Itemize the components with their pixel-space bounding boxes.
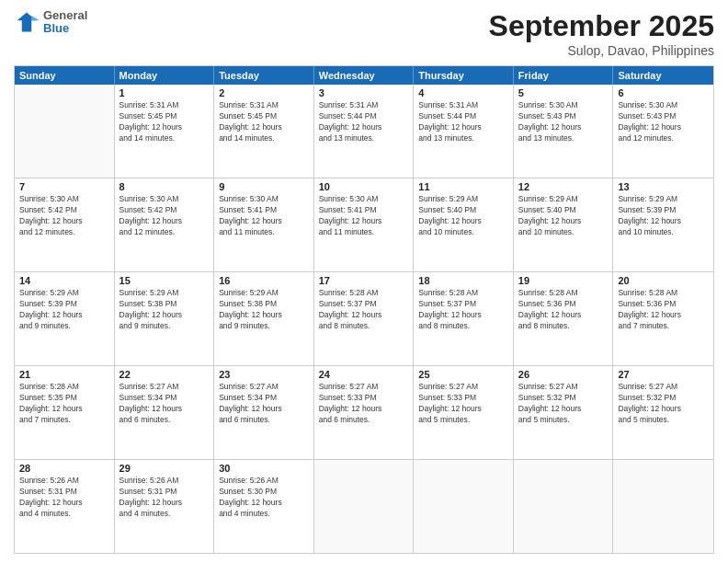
calendar-row-4: 28Sunrise: 5:26 AM Sunset: 5:31 PM Dayli… (15, 460, 713, 553)
day-number: 21 (19, 369, 109, 380)
day-number: 11 (418, 181, 508, 192)
day-number: 3 (319, 87, 409, 98)
cal-cell-4-6 (613, 460, 713, 553)
cell-info: Sunrise: 5:29 AM Sunset: 5:38 PM Dayligh… (219, 288, 309, 332)
cell-info: Sunrise: 5:30 AM Sunset: 5:42 PM Dayligh… (19, 194, 109, 238)
cal-cell-1-0: 7Sunrise: 5:30 AM Sunset: 5:42 PM Daylig… (15, 178, 115, 271)
cal-cell-2-0: 14Sunrise: 5:29 AM Sunset: 5:39 PM Dayli… (15, 272, 115, 365)
calendar-row-1: 7Sunrise: 5:30 AM Sunset: 5:42 PM Daylig… (15, 178, 713, 272)
cal-cell-0-3: 3Sunrise: 5:31 AM Sunset: 5:44 PM Daylig… (314, 85, 415, 178)
day-number: 22 (119, 369, 210, 380)
day-number: 26 (518, 369, 609, 380)
month-title: September 2025 (489, 9, 714, 43)
day-number: 30 (219, 463, 309, 474)
day-number: 29 (119, 463, 210, 474)
calendar-body: 1Sunrise: 5:31 AM Sunset: 5:45 PM Daylig… (15, 85, 713, 553)
svg-marker-0 (17, 13, 37, 32)
cal-cell-4-4 (414, 460, 514, 553)
header-day-saturday: Saturday (613, 66, 713, 85)
header-day-thursday: Thursday (414, 66, 514, 85)
header-day-sunday: Sunday (15, 66, 115, 85)
cell-info: Sunrise: 5:30 AM Sunset: 5:41 PM Dayligh… (219, 194, 309, 238)
cal-cell-3-2: 23Sunrise: 5:27 AM Sunset: 5:34 PM Dayli… (214, 366, 314, 459)
cal-cell-2-5: 19Sunrise: 5:28 AM Sunset: 5:36 PM Dayli… (514, 272, 614, 365)
logo-general: General (43, 9, 87, 22)
cal-cell-2-3: 17Sunrise: 5:28 AM Sunset: 5:37 PM Dayli… (314, 272, 415, 365)
cell-info: Sunrise: 5:26 AM Sunset: 5:31 PM Dayligh… (119, 476, 210, 520)
cal-cell-0-1: 1Sunrise: 5:31 AM Sunset: 5:45 PM Daylig… (115, 85, 215, 178)
cell-info: Sunrise: 5:28 AM Sunset: 5:37 PM Dayligh… (319, 288, 409, 332)
logo-icon (14, 9, 40, 35)
cell-info: Sunrise: 5:27 AM Sunset: 5:34 PM Dayligh… (119, 382, 210, 426)
cell-info: Sunrise: 5:27 AM Sunset: 5:33 PM Dayligh… (319, 382, 409, 426)
cal-cell-4-5 (514, 460, 614, 553)
day-number: 20 (618, 275, 709, 286)
day-number: 12 (518, 181, 609, 192)
cal-cell-3-4: 25Sunrise: 5:27 AM Sunset: 5:33 PM Dayli… (414, 366, 514, 459)
cell-info: Sunrise: 5:27 AM Sunset: 5:32 PM Dayligh… (618, 382, 709, 426)
cal-cell-0-4: 4Sunrise: 5:31 AM Sunset: 5:44 PM Daylig… (414, 85, 514, 178)
cal-cell-0-6: 6Sunrise: 5:30 AM Sunset: 5:43 PM Daylig… (613, 85, 713, 178)
day-number: 7 (19, 181, 109, 192)
day-number: 14 (19, 275, 109, 286)
cell-info: Sunrise: 5:27 AM Sunset: 5:32 PM Dayligh… (518, 382, 609, 426)
cal-cell-1-4: 11Sunrise: 5:29 AM Sunset: 5:40 PM Dayli… (414, 178, 514, 271)
cal-cell-4-2: 30Sunrise: 5:26 AM Sunset: 5:30 PM Dayli… (214, 460, 314, 553)
day-number: 4 (418, 87, 508, 98)
cell-info: Sunrise: 5:31 AM Sunset: 5:45 PM Dayligh… (219, 100, 309, 144)
cal-cell-3-5: 26Sunrise: 5:27 AM Sunset: 5:32 PM Dayli… (514, 366, 614, 459)
cal-cell-4-0: 28Sunrise: 5:26 AM Sunset: 5:31 PM Dayli… (15, 460, 115, 553)
cell-info: Sunrise: 5:28 AM Sunset: 5:36 PM Dayligh… (518, 288, 609, 332)
cell-info: Sunrise: 5:27 AM Sunset: 5:33 PM Dayligh… (418, 382, 508, 426)
calendar-row-0: 1Sunrise: 5:31 AM Sunset: 5:45 PM Daylig… (15, 85, 713, 178)
cal-cell-1-1: 8Sunrise: 5:30 AM Sunset: 5:42 PM Daylig… (115, 178, 215, 271)
cal-cell-2-1: 15Sunrise: 5:29 AM Sunset: 5:38 PM Dayli… (115, 272, 215, 365)
cal-cell-1-3: 10Sunrise: 5:30 AM Sunset: 5:41 PM Dayli… (314, 178, 415, 271)
header-day-wednesday: Wednesday (314, 66, 415, 85)
cell-info: Sunrise: 5:28 AM Sunset: 5:36 PM Dayligh… (618, 288, 709, 332)
cell-info: Sunrise: 5:29 AM Sunset: 5:38 PM Dayligh… (119, 288, 210, 332)
title-block: September 2025 Sulop, Davao, Philippines (489, 9, 714, 58)
cell-info: Sunrise: 5:30 AM Sunset: 5:42 PM Dayligh… (119, 194, 210, 238)
cal-cell-0-2: 2Sunrise: 5:31 AM Sunset: 5:45 PM Daylig… (214, 85, 314, 178)
day-number: 9 (219, 181, 309, 192)
day-number: 2 (219, 87, 309, 98)
logo-blue: Blue (43, 22, 87, 35)
day-number: 24 (319, 369, 409, 380)
calendar: SundayMondayTuesdayWednesdayThursdayFrid… (14, 65, 714, 554)
day-number: 15 (119, 275, 210, 286)
cal-cell-3-0: 21Sunrise: 5:28 AM Sunset: 5:35 PM Dayli… (15, 366, 115, 459)
day-number: 5 (518, 87, 609, 98)
cell-info: Sunrise: 5:30 AM Sunset: 5:43 PM Dayligh… (518, 100, 609, 144)
cell-info: Sunrise: 5:28 AM Sunset: 5:37 PM Dayligh… (418, 288, 508, 332)
day-number: 17 (319, 275, 409, 286)
cal-cell-3-6: 27Sunrise: 5:27 AM Sunset: 5:32 PM Dayli… (613, 366, 713, 459)
cal-cell-4-3 (314, 460, 415, 553)
cal-cell-2-2: 16Sunrise: 5:29 AM Sunset: 5:38 PM Dayli… (214, 272, 314, 365)
day-number: 1 (119, 87, 210, 98)
day-number: 8 (119, 181, 210, 192)
cal-cell-1-5: 12Sunrise: 5:29 AM Sunset: 5:40 PM Dayli… (514, 178, 614, 271)
cell-info: Sunrise: 5:29 AM Sunset: 5:40 PM Dayligh… (418, 194, 508, 238)
cal-cell-0-5: 5Sunrise: 5:30 AM Sunset: 5:43 PM Daylig… (514, 85, 614, 178)
calendar-row-2: 14Sunrise: 5:29 AM Sunset: 5:39 PM Dayli… (15, 272, 713, 366)
day-number: 23 (219, 369, 309, 380)
header-day-tuesday: Tuesday (214, 66, 314, 85)
location: Sulop, Davao, Philippines (489, 43, 714, 58)
cal-cell-1-6: 13Sunrise: 5:29 AM Sunset: 5:39 PM Dayli… (613, 178, 713, 271)
day-number: 18 (418, 275, 508, 286)
cal-cell-3-3: 24Sunrise: 5:27 AM Sunset: 5:33 PM Dayli… (314, 366, 415, 459)
cell-info: Sunrise: 5:27 AM Sunset: 5:34 PM Dayligh… (219, 382, 309, 426)
cell-info: Sunrise: 5:26 AM Sunset: 5:31 PM Dayligh… (19, 476, 109, 520)
logo: General Blue (14, 9, 87, 36)
cell-info: Sunrise: 5:29 AM Sunset: 5:39 PM Dayligh… (19, 288, 109, 332)
cell-info: Sunrise: 5:31 AM Sunset: 5:45 PM Dayligh… (119, 100, 210, 144)
cell-info: Sunrise: 5:31 AM Sunset: 5:44 PM Dayligh… (319, 100, 409, 144)
cell-info: Sunrise: 5:30 AM Sunset: 5:43 PM Dayligh… (618, 100, 709, 144)
cal-cell-1-2: 9Sunrise: 5:30 AM Sunset: 5:41 PM Daylig… (214, 178, 314, 271)
cell-info: Sunrise: 5:31 AM Sunset: 5:44 PM Dayligh… (418, 100, 508, 144)
page: General Blue September 2025 Sulop, Davao… (0, 0, 728, 563)
day-number: 25 (418, 369, 508, 380)
calendar-row-3: 21Sunrise: 5:28 AM Sunset: 5:35 PM Dayli… (15, 366, 713, 460)
header-day-monday: Monday (115, 66, 215, 85)
